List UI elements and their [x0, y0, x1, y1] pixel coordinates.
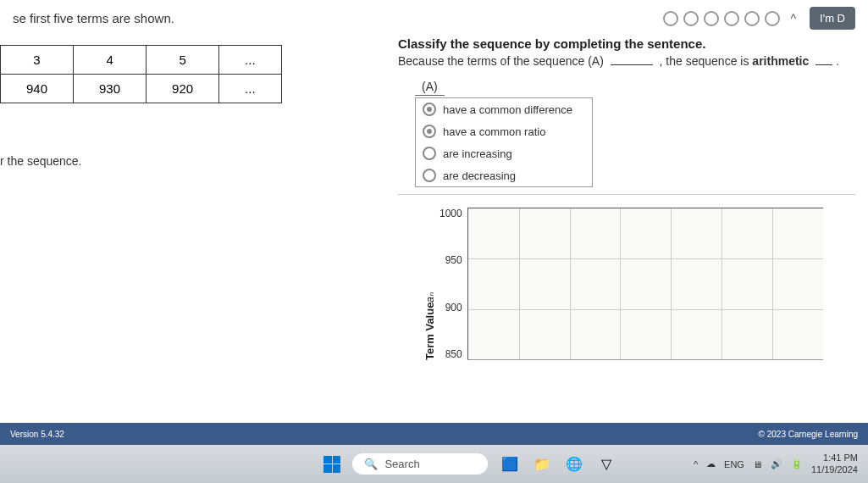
table-row: 940 930 920 ... — [1, 75, 282, 103]
blank-field[interactable] — [611, 64, 653, 65]
dropdown-options: have a common difference have a common r… — [415, 97, 593, 187]
progress-circle — [765, 11, 780, 26]
windows-start-icon[interactable] — [323, 456, 340, 473]
y-tick: 900 — [440, 302, 462, 314]
tray-caret-icon[interactable]: ^ — [694, 459, 698, 469]
tray-battery-icon[interactable]: 🔋 — [791, 458, 803, 469]
search-placeholder: Search — [384, 458, 419, 470]
taskbar-search[interactable]: 🔍 Search — [352, 453, 488, 475]
table-cell: 4 — [74, 46, 147, 75]
y-tick: 1000 — [440, 208, 462, 219]
table-cell: ... — [219, 75, 282, 103]
progress-circle — [683, 11, 699, 26]
table-cell: 5 — [147, 46, 219, 75]
option-label: have a common ratio — [443, 125, 545, 138]
version-text: Version 5.4.32 — [10, 430, 64, 439]
search-icon: 🔍 — [364, 458, 378, 470]
table-row: 3 4 5 ... — [1, 46, 282, 75]
dropdown-a-label[interactable]: (A) — [415, 78, 445, 96]
table-cell: 930 — [74, 75, 147, 103]
done-button[interactable]: I'm D — [810, 7, 855, 30]
classify-heading: Classify the sequence by completing the … — [398, 36, 855, 51]
table-cell: 940 — [1, 75, 74, 103]
progress-circles — [663, 11, 780, 26]
app-footer: Version 5.4.32 © 2023 Carnegie Learning — [0, 423, 868, 445]
tray-network-icon[interactable]: 🖥 — [753, 459, 762, 469]
progress-circle — [724, 11, 739, 26]
sequence-table: 3 4 5 ... 940 930 920 ... — [0, 45, 282, 103]
windows-taskbar: 🔍 Search 🟦 📁 🌐 ▽ ^ ☁ ENG 🖥 🔊 🔋 1:41 PM 1… — [0, 445, 868, 483]
radio-icon — [423, 169, 436, 182]
caret-up-icon[interactable]: ^ — [790, 12, 796, 25]
radio-icon — [423, 103, 436, 116]
y-axis-label: Term Value aₙ — [423, 208, 436, 360]
sequence-label: r the sequence. — [0, 154, 381, 168]
tray-language[interactable]: ENG — [724, 459, 744, 469]
y-axis-ticks: 1000 950 900 850 — [440, 208, 467, 360]
taskbar-folder-icon[interactable]: 📁 — [532, 454, 552, 475]
tray-date: 11/19/2024 — [811, 464, 858, 475]
y-tick: 950 — [440, 254, 462, 266]
taskbar-shield-icon[interactable]: ▽ — [596, 454, 616, 475]
progress-circle — [704, 11, 719, 26]
classify-sentence: Because the terms of the sequence (A) , … — [398, 54, 855, 68]
option-label: are increasing — [443, 147, 512, 160]
table-cell: 3 — [1, 46, 74, 75]
option-label: are decreasing — [443, 169, 516, 182]
y-tick: 850 — [440, 348, 462, 360]
option-common-difference[interactable]: have a common difference — [416, 98, 592, 120]
taskbar-edge-icon[interactable]: 🌐 — [564, 454, 584, 475]
taskbar-app-icon[interactable]: 🟦 — [500, 454, 520, 475]
table-cell: 920 — [147, 75, 219, 103]
tray-time: 1:41 PM — [811, 452, 858, 464]
chart-grid — [467, 208, 823, 360]
blank-field[interactable] — [815, 64, 832, 65]
y-axis-sublabel: aₙ — [424, 292, 436, 303]
tray-volume-icon[interactable]: 🔊 — [771, 458, 782, 469]
table-cell: ... — [219, 46, 282, 75]
progress-circle — [744, 11, 760, 26]
radio-icon — [423, 125, 436, 138]
option-label: have a common difference — [443, 103, 572, 116]
copyright-text: © 2023 Carnegie Learning — [759, 430, 858, 439]
tray-cloud-icon[interactable]: ☁ — [706, 458, 716, 469]
option-decreasing[interactable]: are decreasing — [416, 164, 592, 186]
radio-icon — [423, 147, 436, 160]
chart-area: Term Value aₙ 1000 950 900 850 — [398, 208, 855, 360]
tray-clock[interactable]: 1:41 PM 11/19/2024 — [811, 452, 858, 475]
progress-circle — [663, 11, 678, 26]
instruction-text: se first five terms are shown. — [13, 11, 174, 25]
option-increasing[interactable]: are increasing — [416, 142, 592, 164]
option-common-ratio[interactable]: have a common ratio — [416, 120, 592, 142]
